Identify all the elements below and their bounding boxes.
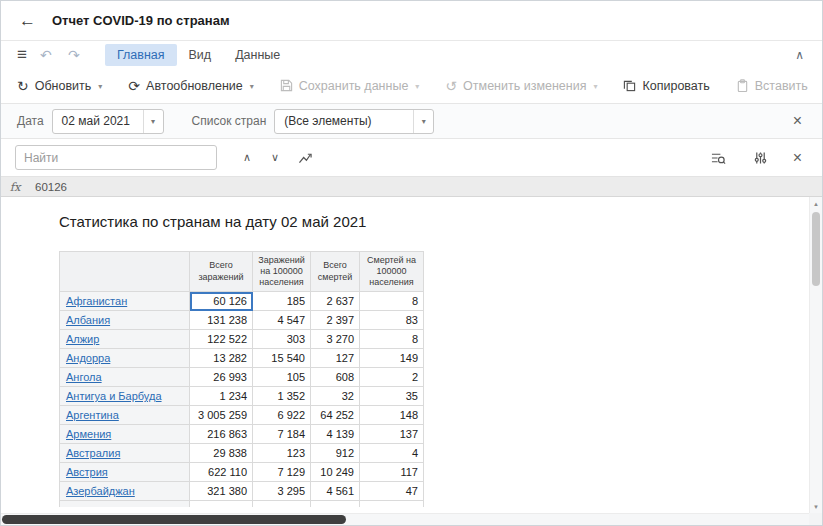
value-cell[interactable]: 105 [253,368,311,387]
hamburger-menu-icon[interactable]: ≡ [17,45,27,65]
date-select[interactable]: 02 май 2021 ▾ [52,109,164,134]
value-cell[interactable]: 7 129 [253,463,311,482]
value-cell[interactable]: 148 [360,406,424,425]
vertical-scrollbar[interactable]: ▲ ▼ [809,197,822,513]
search-settings-sliders-icon[interactable] [747,151,775,165]
value-cell[interactable]: 2 [360,368,424,387]
chevron-down-icon[interactable]: ▾ [250,82,254,91]
autorefresh-label: Автообновление [146,79,243,93]
revert-changes-button[interactable]: ↺ Отменить изменения ▾ [445,79,597,93]
value-cell[interactable]: 26 993 [190,368,253,387]
country-link[interactable]: Азербайджан [66,485,135,497]
country-link[interactable]: Ангола [66,371,102,383]
value-cell[interactable]: 4 547 [253,311,311,330]
copy-label: Копировать [642,79,709,93]
search-in-data-icon[interactable] [705,151,733,165]
horizontal-scrollbar[interactable] [1,513,809,525]
country-link[interactable]: Австралия [66,447,120,459]
save-data-button[interactable]: Сохранить данные ▾ [280,79,420,94]
value-cell[interactable]: 622 110 [190,463,253,482]
value-cell[interactable]: 32 [311,387,360,406]
refresh-button[interactable]: ↻ Обновить ▾ [17,79,102,93]
horizontal-scroll-thumb[interactable] [2,515,346,524]
autorefresh-button[interactable]: ⟳ Автообновление ▾ [128,79,253,93]
country-link[interactable]: Алжир [66,333,99,345]
value-cell[interactable]: 3 005 259 [190,406,253,425]
scroll-up-icon[interactable]: ▲ [810,197,822,210]
value-cell[interactable]: 4 [360,444,424,463]
value-cell[interactable]: 4 139 [311,425,360,444]
value-cell[interactable]: 60 126 [190,292,253,311]
value-cell[interactable]: 1 234 [190,387,253,406]
value-cell[interactable]: 29 838 [190,444,253,463]
country-cell: Андорра [60,349,190,368]
table-header-cell: Всего заражений [190,252,253,292]
vertical-scroll-thumb[interactable] [812,212,820,286]
value-cell[interactable]: 137 [360,425,424,444]
value-cell[interactable]: 185 [253,292,311,311]
collapse-ribbon-icon[interactable]: ∧ [795,48,806,62]
undo-icon[interactable]: ↶ [37,47,55,63]
value-cell[interactable]: 35 [360,387,424,406]
next-match-icon[interactable]: ∨ [263,151,287,164]
copy-icon [623,79,636,94]
country-link[interactable]: Аргентина [66,409,119,421]
value-cell[interactable]: 2 637 [311,292,360,311]
tab-home[interactable]: Главная [105,44,177,66]
value-cell[interactable]: 3 295 [253,482,311,501]
close-parameters-icon[interactable]: × [789,113,806,129]
value-cell[interactable]: 64 252 [311,406,360,425]
paste-label: Вставить [755,79,808,93]
value-cell[interactable]: 8 [360,330,424,349]
formula-value[interactable]: 60126 [29,181,67,193]
value-cell[interactable]: 122 522 [190,330,253,349]
value-cell[interactable]: 608 [311,368,360,387]
value-cell[interactable]: 149 [360,349,424,368]
value-cell[interactable]: 47 [360,482,424,501]
chevron-down-icon[interactable]: ▾ [593,82,597,91]
value-cell[interactable]: 1 352 [253,387,311,406]
value-cell[interactable]: 7 184 [253,425,311,444]
go-to-result-icon[interactable] [291,151,319,164]
country-link[interactable]: Австрия [66,466,108,478]
fx-label: fx [1,180,29,194]
value-cell[interactable]: 321 380 [190,482,253,501]
value-cell[interactable]: 2 397 [311,311,360,330]
chevron-down-icon[interactable]: ▾ [98,82,102,91]
country-link[interactable]: Албания [66,314,110,326]
country-link[interactable]: Афганистан [66,295,127,307]
tab-view[interactable]: Вид [177,44,224,66]
tab-data[interactable]: Данные [223,44,292,66]
save-data-label: Сохранить данные [299,79,409,93]
value-cell[interactable]: 10 249 [311,463,360,482]
paste-button[interactable]: Вставить [736,79,808,94]
chevron-down-icon[interactable]: ▾ [143,110,163,133]
previous-match-icon[interactable]: ∧ [235,151,259,164]
value-cell[interactable]: 117 [360,463,424,482]
value-cell[interactable]: 127 [311,349,360,368]
country-link[interactable]: Антигуа и Барбуда [66,390,162,402]
value-cell[interactable]: 8 [360,292,424,311]
value-cell[interactable]: 4 561 [311,482,360,501]
close-search-icon[interactable]: × [789,150,806,166]
value-cell[interactable]: 6 922 [253,406,311,425]
search-input[interactable] [15,145,217,170]
redo-icon[interactable]: ↷ [65,47,83,63]
value-cell[interactable]: 83 [360,311,424,330]
country-link[interactable]: Армения [66,428,111,440]
copy-button[interactable]: Копировать [623,79,709,94]
countries-select[interactable]: (Все элементы) ▾ [274,109,434,134]
value-cell[interactable]: 3 270 [311,330,360,349]
value-cell[interactable]: 303 [253,330,311,349]
value-cell[interactable]: 123 [253,444,311,463]
value-cell[interactable]: 15 540 [253,349,311,368]
value-cell[interactable]: 13 282 [190,349,253,368]
chevron-down-icon[interactable]: ▾ [415,82,419,91]
value-cell[interactable]: 912 [311,444,360,463]
value-cell[interactable]: 216 863 [190,425,253,444]
country-link[interactable]: Андорра [66,352,110,364]
scroll-down-icon[interactable]: ▼ [810,500,822,513]
back-arrow-icon[interactable]: ← [19,11,36,31]
value-cell[interactable]: 131 238 [190,311,253,330]
chevron-down-icon[interactable]: ▾ [413,110,433,133]
